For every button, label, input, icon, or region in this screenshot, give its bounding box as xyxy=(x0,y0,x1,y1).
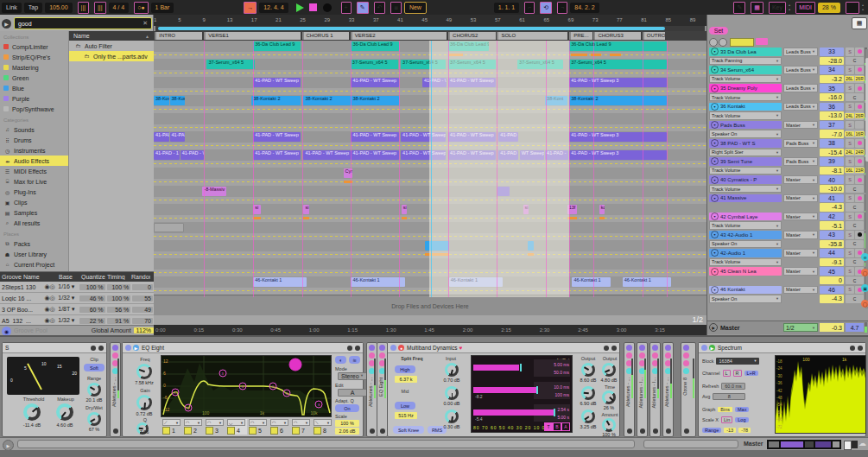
cue-out-chooser[interactable]: 1/2▼ xyxy=(783,323,818,332)
loop-length-field[interactable]: 84. 2. 2 xyxy=(570,3,599,13)
collapsed-device-2[interactable]: EQ Eight xyxy=(377,342,388,437)
new-button[interactable]: New xyxy=(404,2,427,14)
loop-button[interactable]: ⟲ xyxy=(540,2,552,14)
output-routing-chooser[interactable]: Leads Buss▼ xyxy=(783,48,818,56)
track-volume-field[interactable]: -28.0 xyxy=(820,57,844,66)
groove-random[interactable]: 70 xyxy=(132,318,153,324)
eq-filter-node[interactable]: 8 xyxy=(315,401,323,409)
range-high-value[interactable]: -78 xyxy=(738,428,751,433)
track-row[interactable]: ▾45 Clean N LeaMaster▼45S0C xyxy=(707,267,864,285)
sidebar-item-midi-effects[interactable]: ☰MIDI Effects xyxy=(0,166,68,176)
band-checkbox[interactable] xyxy=(184,427,192,435)
automation-arm-button[interactable]: ✎ xyxy=(357,2,369,14)
track-volume-field[interactable]: -7.0 xyxy=(820,130,844,138)
eq-filter-node[interactable]: 4 xyxy=(239,383,247,390)
output-routing-chooser[interactable]: Leads Buss▼ xyxy=(783,66,818,74)
groove-timing[interactable]: 100 % xyxy=(107,284,131,290)
set-locator-button[interactable]: Set xyxy=(709,27,728,35)
solo-button[interactable]: S xyxy=(846,267,854,276)
arm-button[interactable] xyxy=(855,139,864,148)
track-volume-field[interactable]: -35.8 xyxy=(820,240,844,249)
track-row[interactable]: ▾36 KontaktLeads Buss▼36STrack Volume▼-1… xyxy=(707,103,864,121)
mid-input-value[interactable]: 0.00 dB xyxy=(438,401,466,406)
arm-button[interactable] xyxy=(855,84,864,92)
track-fold-icon[interactable]: ▾ xyxy=(711,194,719,202)
release-value[interactable]: 100 ms xyxy=(555,392,569,397)
automation-event[interactable] xyxy=(253,217,260,219)
sidebar-item-instruments[interactable]: ◷Instruments xyxy=(0,145,68,156)
punch-out-button[interactable]: ¬ xyxy=(557,2,567,14)
track-row[interactable]: ▾33 Da Club LeaLeads Buss▼33STrack Panni… xyxy=(707,48,864,66)
solo-button[interactable]: S xyxy=(846,175,854,184)
collection-item[interactable]: Pop/Synthwave xyxy=(0,104,68,114)
arrangement-clip[interactable]: 46-Kontakt 1 xyxy=(253,277,307,287)
sidebar-item-plug-ins[interactable]: ◎Plug-Ins xyxy=(0,187,68,197)
io-section-toggle-icon[interactable]: ⊜ xyxy=(861,253,868,261)
band-checkbox[interactable] xyxy=(314,427,321,435)
follow-button[interactable]: → xyxy=(244,2,257,14)
track-row[interactable]: ▾40 Cymatics - PMaster▼40STrack Volume▼-… xyxy=(707,175,864,194)
track-fold-icon[interactable]: ▾ xyxy=(711,157,719,165)
pad-white-icon[interactable] xyxy=(844,441,852,450)
automation-chooser[interactable]: Speaker On▼ xyxy=(709,240,782,249)
automation-chooser[interactable]: Track Volume▼ xyxy=(709,258,782,267)
time-ruler[interactable]: 0:000:150:300:451:001:151:301:452:002:15… xyxy=(154,325,706,335)
filter-type-chooser[interactable]: ◠▼ xyxy=(270,419,288,426)
track-name[interactable]: ▾39 Semi Tune xyxy=(709,157,782,166)
eq-filter-node[interactable]: 2 xyxy=(185,403,193,411)
band-toggle[interactable]: 3 xyxy=(206,427,224,434)
track-volume-field[interactable]: -8.1 xyxy=(820,167,844,175)
eq-band-selector[interactable]: ◠▼3 xyxy=(206,419,225,435)
arrangement-clip[interactable]: 46-Kontakt 1 xyxy=(623,277,671,287)
stop-button[interactable] xyxy=(309,3,317,11)
eq-filter-node[interactable]: 1 xyxy=(171,389,179,397)
track-pan-field[interactable]: C xyxy=(846,57,864,66)
track-name[interactable]: ▾43 42-Audio 1 xyxy=(709,231,782,239)
arrangement-clip[interactable]: 38-Kontakt 2 xyxy=(351,96,398,105)
device-hotswap-icon[interactable] xyxy=(611,346,617,351)
solo-button[interactable]: S xyxy=(846,231,854,239)
band-checkbox[interactable] xyxy=(249,427,257,435)
track-name[interactable]: ▾46 Kontakt xyxy=(709,286,782,295)
track-name[interactable]: ▾38 PAD - WT S xyxy=(709,139,782,148)
search-input[interactable]: good ✕ xyxy=(14,17,152,29)
arrangement-clip[interactable]: 36-Da Club Lead 9 xyxy=(253,41,301,51)
groove-quantize[interactable]: 60 % xyxy=(79,307,105,313)
drywet-knob[interactable] xyxy=(87,412,101,426)
track-volume-field[interactable]: -16.0 xyxy=(820,93,844,102)
track-fold-icon[interactable]: ▾ xyxy=(711,231,719,238)
collapsed-device-0[interactable]: Abletunes - ... xyxy=(110,342,121,437)
groove-quantize[interactable]: 22 % xyxy=(79,318,105,324)
key-map-button[interactable]: Key xyxy=(769,2,786,14)
track-fold-icon[interactable]: ▾ xyxy=(711,176,719,184)
automation-chooser[interactable]: Speaker On▼ xyxy=(709,295,782,303)
solo-button[interactable]: S xyxy=(846,286,854,295)
threshold-value[interactable]: -11.4 dB xyxy=(18,422,46,428)
collection-item[interactable]: Green xyxy=(0,73,68,83)
arrangement-clip[interactable]: 41-PAD - WT Sweep xyxy=(351,132,398,142)
device-collapse-icon[interactable] xyxy=(850,346,855,351)
automation-event[interactable] xyxy=(610,54,621,56)
arrangement-clip[interactable]: 41-PAD xyxy=(154,132,169,142)
arm-button[interactable] xyxy=(855,194,864,203)
band-checkbox[interactable] xyxy=(270,427,278,435)
channel-lr-button[interactable]: L+R xyxy=(744,371,758,376)
band-checkbox[interactable] xyxy=(206,427,213,435)
eq-band-selector[interactable]: ⟍▼8 xyxy=(314,419,333,435)
gain-knob[interactable] xyxy=(136,395,152,410)
track-volume-field[interactable]: -15.4 xyxy=(820,149,844,157)
sidebar-item-max-for-live[interactable]: ⌸Max for Live xyxy=(0,176,68,187)
multiband-dynamics-device[interactable]: ● Multiband Dynamics ♥ Split Freq High 6… xyxy=(387,342,620,437)
collection-item[interactable]: Blue xyxy=(0,83,68,93)
eq-filter-node[interactable]: 6 xyxy=(283,390,291,397)
collapsed-device-6[interactable]: Abletunes - ... xyxy=(662,342,674,437)
track-pan-field[interactable]: C xyxy=(846,240,864,249)
solo-button[interactable]: S xyxy=(846,66,854,74)
track-row[interactable]: ▾Pads BussMaster▼37SSpeaker On▼-7.016L16… xyxy=(707,121,864,139)
solo-button[interactable]: S xyxy=(846,194,854,203)
sends-section-toggle-icon[interactable]: ◯ xyxy=(861,269,868,276)
groove-timing[interactable]: 100 % xyxy=(107,295,131,301)
track-fold-icon[interactable]: ▾ xyxy=(711,66,719,73)
spectrum-device[interactable]: ▶ Spectrum Block 16384▼ Channel L R L+R … xyxy=(698,342,866,437)
collection-item[interactable]: Purple xyxy=(0,93,68,104)
